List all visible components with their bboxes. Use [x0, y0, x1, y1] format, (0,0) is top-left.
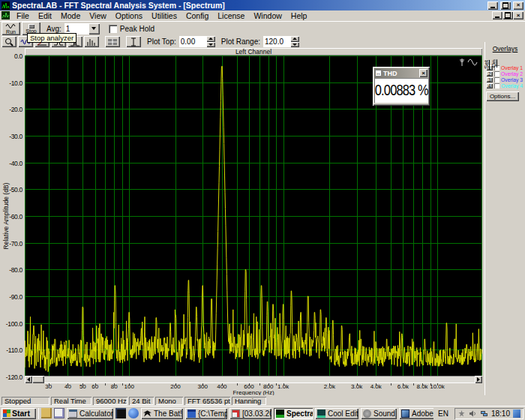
overlay-set-button-3[interactable]: 3	[486, 77, 493, 82]
mdi-close-button[interactable]: ×	[513, 11, 524, 20]
zoom-tool-button[interactable]	[2, 36, 16, 47]
folder-icon[interactable]	[41, 408, 52, 418]
plot-range-up-button[interactable]	[290, 36, 299, 42]
mdi-minimize-button[interactable]	[492, 11, 502, 20]
thd-close-button[interactable]: ×	[419, 69, 428, 77]
taskbar-button-spectral-[interactable]: SpectraL...	[274, 408, 313, 419]
mdi-restore-button[interactable]	[502, 11, 513, 20]
close-button[interactable]: ×	[513, 2, 524, 10]
marker-button[interactable]	[126, 36, 141, 47]
overlays-header: Overlays	[485, 45, 525, 52]
taskbar-button-the-bat-[interactable]: The Bat!	[141, 408, 183, 419]
overlays-on-column-label: On	[490, 59, 497, 68]
taskbar-button-sound[interactable]: Sound	[361, 408, 397, 419]
plot-top-value[interactable]	[179, 36, 206, 47]
plot-range-value[interactable]	[263, 36, 290, 47]
taskbar-button-label: The Bat!	[154, 410, 182, 418]
mdi-child-icon[interactable]	[2, 11, 10, 20]
y-tick-label: -20.0	[0, 106, 22, 113]
menu-file[interactable]: File	[12, 10, 34, 21]
view-toolbar: Plot Top: Plot Range:	[0, 35, 525, 48]
language-indicator[interactable]: EN	[436, 410, 451, 418]
x-tick-mark	[105, 383, 106, 386]
y-tick-label: 0.0	[0, 52, 22, 60]
status-bar: StoppedReal Time96000 Hz24 BitMonoFFT 65…	[0, 395, 525, 406]
arrow-left-icon	[27, 377, 30, 382]
overlay-on-checkbox-4[interactable]	[494, 83, 500, 88]
run-button-label: Run	[6, 29, 16, 34]
window-title: SpectraLAB - FFT Spectral Analysis Syste…	[12, 1, 485, 10]
taskbar-button--c-temp-[interactable]: {C:\Temp...	[185, 408, 227, 419]
menu-help[interactable]: Help	[286, 10, 312, 21]
status-stopped: Stopped	[2, 397, 50, 405]
menu-options[interactable]: Options	[111, 10, 147, 21]
overlay-on-checkbox-2[interactable]	[494, 71, 500, 76]
console-icon[interactable]	[116, 408, 126, 418]
thd-window-icon: ↔	[375, 70, 382, 76]
plot-top-up-button[interactable]	[206, 36, 215, 42]
y-tick-label: -100.0	[0, 320, 22, 328]
restore-button[interactable]	[500, 2, 511, 10]
overlays-options-button[interactable]: Options...	[486, 92, 519, 101]
overlay-set-button-4[interactable]: 4	[486, 83, 493, 88]
spectrogram-view-button[interactable]	[84, 36, 99, 47]
globe-icon[interactable]	[128, 408, 139, 418]
minimize-button[interactable]	[488, 2, 498, 10]
taskbar: Start Calculator The Bat!{C:\Temp...[03.…	[0, 406, 525, 420]
transport-toolbar: Run Stop Avg: Peak Hold	[0, 21, 525, 35]
surface-view-button[interactable]	[105, 36, 120, 47]
x-tick-mark	[391, 383, 392, 386]
network-icon[interactable]	[480, 410, 488, 418]
overlay-row: 4Overlay 4	[486, 83, 525, 88]
keyboard-layout-icon[interactable]	[458, 410, 466, 418]
menu-window[interactable]: Window	[249, 10, 286, 21]
taskbar-button-adobe-ph-[interactable]: Adobe Ph...	[399, 408, 434, 419]
plot-top-spinbox[interactable]	[179, 36, 215, 47]
menu-utilities[interactable]: Utilities	[147, 10, 182, 21]
scroll-left-button[interactable]	[25, 376, 32, 383]
x-tick-mark	[237, 383, 238, 386]
thd-title-bar[interactable]: ↔ THD ×	[374, 68, 428, 78]
taskbar-button-cool-edit-[interactable]: Cool Edit ...	[315, 408, 358, 419]
photoshop-icon	[401, 410, 410, 418]
taskbar-button-calculator[interactable]: Calculator	[67, 408, 113, 419]
volume-icon[interactable]	[469, 410, 477, 418]
menu-view[interactable]: View	[85, 10, 111, 21]
sine-wave-icon	[5, 23, 17, 29]
spectralab-window: SpectraLAB - FFT Spectral Analysis Syste…	[0, 0, 525, 420]
x-tick-mark	[122, 383, 123, 386]
y-tick-label: -40.0	[0, 160, 22, 167]
folder-window-icon	[188, 410, 196, 418]
x-scrollbar[interactable]	[25, 376, 482, 383]
cool-edit-icon	[317, 410, 326, 418]
windows-flag-icon	[3, 410, 10, 417]
menu-edit[interactable]: Edit	[34, 10, 56, 21]
peak-hold-label: Peak Hold	[120, 25, 154, 33]
plot-range-spinbox[interactable]	[263, 36, 299, 47]
mdi-restore-icon	[505, 13, 511, 18]
run-button[interactable]: Run	[2, 22, 20, 35]
overlay-on-checkbox-3[interactable]	[494, 77, 500, 82]
overlays-panel: Overlays Set On 1Overlay 12Overlay 23Ove…	[484, 42, 525, 395]
plot-range-down-button[interactable]	[290, 42, 299, 48]
status-real-time: Real Time	[51, 397, 92, 405]
document-icon[interactable]	[54, 408, 64, 418]
peak-hold-checkbox[interactable]	[109, 25, 117, 33]
avg-dropdown-button[interactable]	[88, 23, 100, 34]
thd-window[interactable]: ↔ THD × 0.00883 %	[373, 67, 430, 106]
start-label: Start	[12, 409, 30, 418]
start-button[interactable]: Start	[2, 408, 36, 419]
overlay-set-button-2[interactable]: 2	[486, 71, 493, 76]
plot-top-down-button[interactable]	[206, 42, 215, 48]
menu-config[interactable]: Config	[182, 10, 213, 21]
taskbar-button--03-03-20-[interactable]: [03.03.20...	[230, 408, 272, 419]
surface-grid-icon	[107, 38, 118, 46]
menu-mode[interactable]: Mode	[56, 10, 85, 21]
sound-icon	[363, 410, 371, 418]
menu-license[interactable]: License	[213, 10, 249, 21]
tray-app-icon[interactable]	[513, 410, 520, 418]
scroll-right-button[interactable]	[475, 376, 482, 383]
scrollbar-thumb[interactable]	[32, 376, 44, 383]
generator-indicator-icon	[459, 57, 482, 68]
overlays-set-column-label: Set	[483, 60, 490, 69]
